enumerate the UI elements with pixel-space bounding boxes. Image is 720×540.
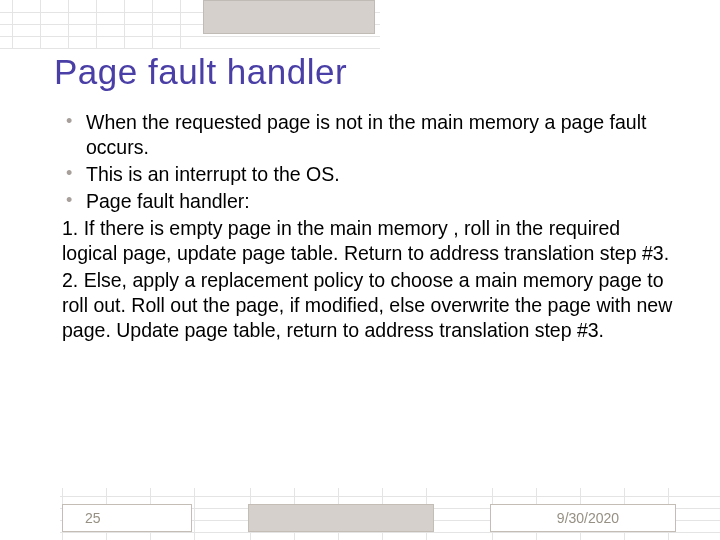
numbered-item: 1. If there is empty page in the main me… [62, 216, 674, 266]
bullet-item: Page fault handler: [62, 189, 674, 214]
slide: Page fault handler When the requested pa… [0, 0, 720, 540]
slide-title: Page fault handler [54, 52, 347, 92]
bullet-text: This is an interrupt to the OS. [86, 163, 340, 185]
slide-date: 9/30/2020 [490, 504, 676, 532]
bullet-text: Page fault handler: [86, 190, 250, 212]
numbered-text: 1. If there is empty page in the main me… [62, 217, 669, 264]
numbered-item: 2. Else, apply a replacement policy to c… [62, 268, 674, 343]
numbered-text: 2. Else, apply a replacement policy to c… [62, 269, 672, 341]
slide-date-text: 9/30/2020 [557, 510, 619, 526]
slide-footer: 25 9/30/2020 [0, 488, 720, 540]
bullet-text: When the requested page is not in the ma… [86, 111, 646, 158]
slide-number: 25 [62, 504, 192, 532]
bullet-item: This is an interrupt to the OS. [62, 162, 674, 187]
bullet-item: When the requested page is not in the ma… [62, 110, 674, 160]
top-shaded-block [203, 0, 375, 34]
slide-body: When the requested page is not in the ma… [62, 110, 674, 345]
footer-shaded-block [248, 504, 434, 532]
slide-number-text: 25 [85, 510, 101, 526]
